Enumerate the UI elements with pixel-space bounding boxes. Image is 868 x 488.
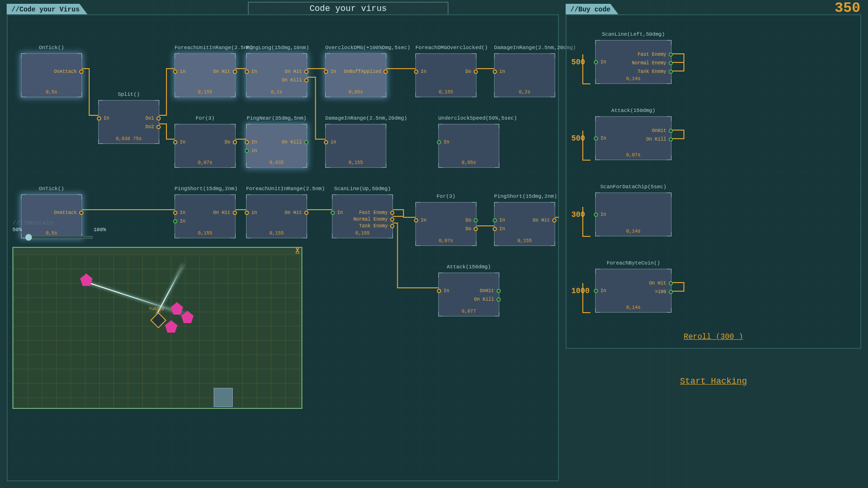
- port-in[interactable]: in: [245, 210, 258, 215]
- port-in[interactable]: in: [173, 69, 186, 74]
- port-in[interactable]: In: [245, 69, 258, 74]
- node-footer: 0,155: [326, 160, 386, 165]
- node-footer: 0,14s: [596, 305, 671, 310]
- node-footer: 0,155: [175, 90, 235, 95]
- code-node[interactable]: ForeachDMGOverclocked()InDo0,155: [415, 53, 476, 97]
- code-node[interactable]: OverclockDMG(+100%Dmg,5sec)InOnBuffAppli…: [325, 53, 386, 97]
- port-out[interactable]: Do: [465, 226, 478, 232]
- node-title: ForeachUnitInRange(2.5nm): [246, 186, 307, 192]
- start-hacking-button[interactable]: Start Hacking: [566, 376, 861, 386]
- port-out[interactable]: OnHit: [651, 128, 673, 133]
- port-in[interactable]: In: [437, 140, 450, 145]
- node-footer: 0,155: [495, 238, 555, 244]
- code-node[interactable]: UnderclockSpeed(50%,5sec)In0,05s: [438, 124, 499, 168]
- port-in[interactable]: in: [493, 69, 506, 74]
- code-node[interactable]: OnTick()OnAttack0,5s: [21, 53, 82, 97]
- node-footer: 0,5s: [21, 90, 82, 95]
- port-in[interactable]: In: [414, 218, 427, 223]
- code-node[interactable]: DamageInRange(2.5nm,20dmg)in0,155: [325, 124, 386, 168]
- port-out[interactable]: Fast Enemy: [358, 210, 394, 215]
- port-out[interactable]: Do: [465, 218, 478, 223]
- port-in[interactable]: In: [245, 140, 258, 145]
- port-out[interactable]: On Hit: [212, 210, 237, 215]
- port-in[interactable]: In: [594, 288, 607, 294]
- node-footer: 0,155: [247, 231, 307, 236]
- code-node[interactable]: Attack(150dmg)InOnHitOn Kill0,077: [438, 273, 499, 316]
- port-out[interactable]: On Hit: [212, 69, 237, 74]
- code-node[interactable]: For(3)InDo0,07s: [175, 124, 236, 168]
- node-title: ForeachUnitInRange(2.5nm): [175, 45, 236, 51]
- port-out[interactable]: Tank Enemy: [637, 69, 673, 74]
- code-node[interactable]: DamageInRange(2.5nm,20dmg)in0,2s: [494, 53, 555, 97]
- port-out[interactable]: Do2: [145, 124, 161, 130]
- timescale-control[interactable]: //Timescale 50% 100%: [12, 219, 108, 239]
- port-out[interactable]: Do: [465, 69, 478, 74]
- code-node[interactable]: ScanLine(Left,50dmg)InFast EnemyNormal E…: [595, 40, 672, 84]
- port-out[interactable]: On Kill: [473, 297, 501, 302]
- port-out[interactable]: On Kill: [645, 137, 673, 142]
- tab-shop: //Buy code: [566, 4, 619, 15]
- port-in[interactable]: In: [324, 69, 337, 74]
- shop-panel: ScanLine(Left,50dmg)InFast EnemyNormal E…: [566, 14, 861, 349]
- port-out[interactable]: On Hit: [284, 69, 309, 74]
- port-out[interactable]: >100: [654, 289, 673, 295]
- port-out[interactable]: Do1: [145, 116, 161, 121]
- code-node[interactable]: ScanForDataChip(5sec)In0,14s300: [595, 193, 672, 236]
- timescale-track[interactable]: [26, 236, 93, 239]
- preview-close-button[interactable]: X: [296, 247, 300, 254]
- code-node[interactable]: ForeachByteCoin()InOn Hit>1000,14s1000: [595, 269, 672, 313]
- code-node[interactable]: ForeachUnitInRange(2.5nm)inOn Hit0,155: [175, 53, 236, 97]
- node-title: ScanLine(Left,50dmg): [595, 31, 672, 37]
- port-in[interactable]: In: [414, 69, 427, 74]
- code-node[interactable]: Attack(150dmg)InOnHitOn Kill0,07s500: [595, 116, 672, 160]
- code-node[interactable]: PingNear(35dmg,5nm)IninOn Kill0,035: [246, 124, 307, 168]
- node-title: Split(): [98, 92, 159, 97]
- port-out[interactable]: OnHit: [479, 288, 501, 294]
- code-node[interactable]: For(3)InDoDo0,07s: [415, 202, 476, 246]
- port-in[interactable]: In: [331, 210, 344, 215]
- port-out[interactable]: On Kill: [281, 140, 309, 145]
- code-node[interactable]: PingShort(15dmg,2nm)InInOn Hit0,155: [494, 202, 555, 246]
- port-in[interactable]: In: [173, 140, 186, 145]
- port-in[interactable]: In: [594, 60, 607, 65]
- player-label: TURZ36: [149, 307, 164, 312]
- code-node[interactable]: ForeachUnitInRange(2.5nm)inOn Hit0,155: [246, 194, 307, 238]
- port-out[interactable]: Normal Enemy: [352, 217, 394, 222]
- code-node[interactable]: PingLong(15dmg,10nm)InOn HitOn Kill0,2s: [246, 53, 307, 97]
- enemy-icon: [80, 274, 93, 286]
- port-in[interactable]: In: [594, 212, 607, 217]
- editor-panel[interactable]: OnTick()OnAttack0,5sSplit()InDo1Do20,038…: [7, 14, 559, 481]
- port-out[interactable]: On Hit: [532, 218, 557, 223]
- node-footer: 0,05s: [439, 160, 499, 165]
- port-in[interactable]: In: [173, 219, 186, 224]
- port-out[interactable]: Fast Enemy: [637, 52, 673, 57]
- port-out[interactable]: On Hit: [284, 210, 309, 215]
- reroll-button[interactable]: Reroll (300 ): [567, 333, 860, 341]
- port-in[interactable]: In: [97, 116, 110, 121]
- port-out[interactable]: Do: [224, 140, 237, 145]
- port-out[interactable]: Normal Enemy: [631, 61, 673, 66]
- node-title: DamageInRange(2.5nm,20dmg): [325, 115, 386, 121]
- port-in[interactable]: In: [437, 288, 450, 294]
- port-in[interactable]: In: [594, 136, 607, 141]
- node-title: PingShort(15dmg,2nm): [494, 193, 555, 199]
- port-out[interactable]: On Kill: [281, 78, 309, 83]
- port-out[interactable]: OnAttack: [53, 210, 83, 215]
- port-in[interactable]: in: [245, 148, 258, 153]
- port-in[interactable]: in: [324, 140, 337, 145]
- port-out[interactable]: OnBuffApplied: [343, 69, 388, 74]
- code-node[interactable]: Split()InDo1Do20,038 75s: [98, 100, 159, 144]
- node-footer: 0,155: [416, 90, 476, 95]
- port-out[interactable]: Tank Enemy: [358, 224, 394, 229]
- code-node[interactable]: PingShort(15dmg,2nm)InInOn Hit0,155: [175, 194, 236, 238]
- preview-window[interactable]: X TURZ36: [12, 247, 302, 409]
- port-out[interactable]: On Hit: [648, 281, 673, 286]
- port-out[interactable]: OnAttack: [53, 69, 83, 74]
- port-in[interactable]: In: [493, 218, 506, 223]
- port-in[interactable]: In: [493, 226, 506, 232]
- port-in[interactable]: In: [173, 210, 186, 215]
- node-title: UnderclockSpeed(50%,5sec): [438, 115, 499, 121]
- timescale-thumb[interactable]: [25, 234, 32, 241]
- timescale-min: 50%: [12, 227, 22, 233]
- code-node[interactable]: ScanLine(Up,50dmg)InFast EnemyNormal Ene…: [332, 194, 393, 238]
